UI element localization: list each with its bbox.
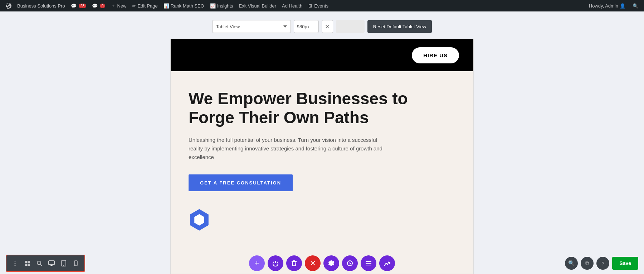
howdy-label[interactable]: Howdy, Admin 👤 (586, 3, 628, 9)
layout-button[interactable] (361, 255, 376, 271)
svg-rect-3 (25, 261, 27, 263)
svg-point-2 (15, 265, 16, 266)
svg-rect-4 (28, 261, 30, 263)
right-tools-panel: 🔍 ⧉ ? Save (565, 257, 638, 270)
width-placeholder (336, 20, 365, 33)
new-button[interactable]: ＋ New (108, 0, 129, 11)
settings-button[interactable] (323, 255, 339, 271)
tablet-tool-button[interactable] (58, 258, 69, 269)
svg-rect-6 (28, 264, 30, 266)
power-button[interactable] (268, 255, 283, 271)
wp-logo[interactable] (3, 0, 14, 11)
close-px-button[interactable]: ✕ (322, 20, 333, 33)
icon-row (189, 206, 455, 234)
events-button[interactable]: 🗓 Events (305, 0, 331, 11)
reset-tablet-view-button[interactable]: Reset Default Tablet View (367, 20, 432, 33)
notifications[interactable]: 💬 23 (68, 0, 89, 11)
svg-point-15 (75, 265, 76, 265)
tablet-view-select[interactable]: Tablet View (212, 20, 291, 33)
cta-button[interactable]: GET A FREE CONSULTATION (189, 174, 293, 191)
admin-bar-right: Howdy, Admin 👤 🔍 (586, 3, 641, 9)
hex-inner (194, 214, 205, 226)
svg-rect-9 (49, 261, 54, 265)
admin-bar: Business Solutions Pro 💬 23 💬 0 ＋ New ✏ … (0, 0, 644, 11)
exit-visual-builder-button[interactable]: Exit Visual Builder (236, 0, 279, 11)
hire-us-button[interactable]: HIRE US (412, 47, 459, 63)
save-button[interactable]: Save (612, 257, 638, 270)
page-header: HIRE US (171, 39, 473, 71)
svg-point-1 (15, 263, 16, 264)
mobile-tool-button[interactable] (70, 258, 82, 269)
edit-page-button[interactable]: ✏ Edit Page (129, 0, 160, 11)
menu-tool-button[interactable] (9, 258, 21, 269)
main-content: Tablet View ✕ Reset Default Tablet View … (0, 11, 644, 274)
ad-health-button[interactable]: Ad Health (279, 0, 305, 11)
layers-right-button[interactable]: ⧉ (581, 257, 594, 270)
comments[interactable]: 💬 0 (89, 0, 108, 11)
svg-line-8 (40, 264, 42, 266)
preview-frame: ⋮ ⋮ HIRE US We Empower Businesses to For… (170, 39, 474, 274)
svg-point-7 (37, 261, 41, 265)
hero-heading: We Empower Businesses to Forge Their Own… (189, 89, 418, 127)
svg-point-20 (389, 262, 390, 264)
close-button[interactable]: ✕ (305, 255, 321, 271)
grid-tool-button[interactable] (21, 258, 33, 269)
rank-math-button[interactable]: 📊 Rank Math SEO (161, 0, 207, 11)
svg-point-13 (63, 265, 64, 266)
px-input[interactable] (294, 20, 319, 33)
search-admin-button[interactable]: 🔍 (630, 3, 641, 9)
hero-section: We Empower Businesses to Forge Their Own… (171, 71, 473, 245)
hero-subtext: Unleashing the full potential of your bu… (189, 136, 389, 162)
svg-point-0 (15, 261, 16, 262)
delete-button[interactable] (286, 255, 302, 271)
desktop-tool-button[interactable] (46, 258, 57, 269)
center-tools-panel: + ✕ (249, 255, 395, 271)
history-button[interactable] (342, 255, 358, 271)
svg-rect-5 (25, 264, 27, 266)
add-element-button[interactable]: + (249, 255, 265, 271)
chart-button[interactable] (379, 255, 395, 271)
search-tool-button[interactable] (34, 258, 45, 269)
site-name[interactable]: Business Solutions Pro (14, 0, 68, 11)
drag-handle-left[interactable]: ⋮ (170, 39, 171, 274)
drag-handle-right[interactable]: ⋮ (473, 39, 474, 274)
view-controls: Tablet View ✕ Reset Default Tablet View (212, 20, 432, 33)
hex-icon (189, 209, 210, 231)
help-right-button[interactable]: ? (596, 257, 609, 270)
insights-button[interactable]: 📈 Insights (207, 0, 236, 11)
search-right-button[interactable]: 🔍 (565, 257, 578, 270)
left-tools-panel (6, 255, 85, 272)
bottom-toolbar: + ✕ (0, 253, 644, 274)
